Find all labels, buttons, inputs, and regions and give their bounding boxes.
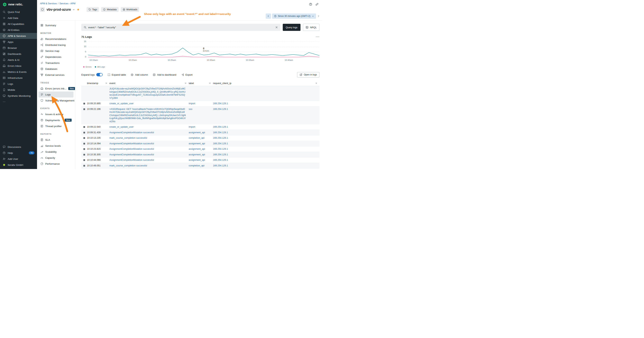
sidebar-item-distributed-tracing[interactable]: Distributed tracing	[38, 42, 74, 48]
cell-event-link[interactable]: AssignmentCompletionMutation successful	[110, 153, 189, 156]
cell-label-link[interactable]: assignment_api	[189, 159, 213, 162]
cell-ip-link[interactable]: 169.254.129.1	[213, 125, 320, 129]
column-header-timestamp[interactable]: timestamp	[87, 82, 110, 85]
logs-query-input[interactable]	[88, 26, 274, 29]
legend-item-errors[interactable]: Errors	[83, 66, 92, 68]
remove-column-icon[interactable]	[184, 82, 187, 84]
sidebar-item-all-entities[interactable]: All Entities	[0, 27, 37, 33]
sidebar-item-dependencies[interactable]: Dependencies	[38, 54, 74, 60]
sidebar-item-all-capabilities[interactable]: All Capabilities	[0, 21, 37, 27]
cell-event-link[interactable]: create_or_update_user	[110, 102, 189, 105]
log-row[interactable]: 10:11:00.311AssignmentCompletionMutation…	[81, 168, 320, 169]
breadcrumb-apm-services[interactable]: APM & Services	[40, 2, 57, 5]
permalink-icon[interactable]	[315, 3, 319, 6]
sidebar-item-scalability[interactable]: Scalability	[38, 149, 74, 155]
column-header-label[interactable]: label	[189, 82, 213, 85]
remove-column-icon[interactable]	[315, 82, 318, 84]
log-row[interactable]: 10:10:49.051mark_course_completion succe…	[81, 163, 320, 169]
brand-logo[interactable]: new relic.	[0, 0, 37, 9]
expand-table-button[interactable]: Expand table	[108, 73, 126, 76]
cell-ip-link[interactable]: 169.254.129.1	[213, 164, 320, 167]
sidebar-item-transactions[interactable]: Transactions	[38, 60, 74, 66]
cell-label-link[interactable]: assignment_api	[189, 147, 213, 151]
sidebar-item-discussions[interactable]: Discussions	[0, 144, 37, 150]
sidebar-item-add-data[interactable]: Add Data	[0, 15, 37, 21]
breadcrumb-services-apm[interactable]: Services - APM	[60, 2, 75, 5]
sidebar-item-thread-profiler[interactable]: Thread profiler	[38, 123, 74, 129]
sidebar-item-errors-inbox[interactable]: Errors Inbox	[0, 63, 37, 69]
workloads-button[interactable]: Workloads	[121, 7, 139, 12]
sidebar-item-logs[interactable]: Logs	[38, 92, 74, 98]
cell-event-link[interactable]: <ASGIRequest: GET '/sso/callback/?state=…	[110, 108, 189, 123]
sidebar-item-apps[interactable]: Apps	[0, 39, 37, 45]
legend-item-all-logs[interactable]: All Logs	[95, 66, 105, 68]
sidebar-item-databases[interactable]: Databases	[38, 66, 74, 72]
sidebar-item-help[interactable]: Help70	[0, 150, 37, 156]
sidebar-item-metrics-events[interactable]: Metrics & Events	[0, 69, 37, 75]
expand-logs-toggle[interactable]	[96, 73, 103, 76]
cell-event-link[interactable]: mark_course_completion successful	[110, 164, 189, 167]
sidebar-item-dashboards[interactable]: Dashboards	[0, 51, 37, 57]
sidebar-item-mobile[interactable]: Mobile	[0, 87, 37, 93]
time-forward-icon[interactable]	[317, 15, 320, 18]
log-row[interactable]: 10:09:20.895create_or_update_userimport1…	[81, 101, 320, 107]
sidebar-item-synthetic-monitoring[interactable]: Synthetic Monitoring	[0, 93, 37, 99]
cell-label-link[interactable]: completion_api	[189, 136, 213, 140]
cell-label-link[interactable]: import	[189, 125, 213, 129]
sidebar-item-browser[interactable]: Browser	[0, 45, 37, 51]
entity-picker-chevron-icon[interactable]	[72, 9, 75, 11]
more-options-button[interactable]: ⋯	[316, 36, 320, 38]
add-column-button[interactable]: Add column	[131, 73, 148, 76]
log-row[interactable]: 10:10:35.305AssignmentCompletionMutation…	[81, 152, 320, 158]
tags-button[interactable]: Tags	[86, 7, 99, 12]
sidebar-item-service-map[interactable]: Service map	[38, 48, 74, 54]
sidebar-item-capacity[interactable]: Capacity	[38, 155, 74, 161]
cell-label-link[interactable]: assignment_api	[189, 142, 213, 145]
metadata-button[interactable]: Metadata	[101, 7, 118, 12]
log-row[interactable]: 10:10:23.815AssignmentCompletionMutation…	[81, 146, 320, 152]
cell-event-link[interactable]: AssignmentCompletionMutation successful	[110, 147, 189, 151]
help-circle-icon[interactable]	[309, 3, 312, 6]
sidebar-item-infrastructure[interactable]: Infrastructure	[0, 75, 37, 81]
cell-event-link[interactable]: create_or_update_user	[110, 125, 189, 129]
sidebar-item-recommendations[interactable]: Recommendations	[38, 36, 74, 42]
cell-ip-link[interactable]: 169.254.129.1	[213, 142, 320, 145]
cell-label-link[interactable]: assignment_api	[189, 131, 213, 134]
cell-event-link[interactable]: AssignmentCompletionMutation successful	[110, 131, 189, 134]
remove-column-icon[interactable]	[209, 82, 211, 84]
cell-ip-link[interactable]: 169.254.129.1	[213, 102, 320, 105]
cell-ip-link[interactable]: 169.254.129.1	[213, 159, 320, 162]
export-button[interactable]: Export	[181, 73, 192, 76]
cell-label-link[interactable]: completion_api	[189, 164, 213, 167]
sidebar-item-deployments[interactable]: DeploymentsNew	[38, 117, 74, 123]
time-back-button[interactable]	[266, 14, 271, 19]
cell-event-link[interactable]: JUQVU&code=eyJraWQiOiJjcGltY29yZV8wOTl1M…	[110, 87, 189, 100]
column-header-event[interactable]: event	[110, 82, 189, 85]
log-row[interactable]: 10:10:13.235mark_course_completion succe…	[81, 135, 320, 141]
logs-search-bar[interactable]	[81, 24, 280, 31]
cell-ip-link[interactable]: 169.254.129.1	[213, 108, 320, 111]
column-header-request-client-ip[interactable]: request_client_ip	[213, 82, 320, 85]
cell-label-link[interactable]: assignment_api	[189, 153, 213, 156]
sidebar-item-apm-services[interactable]: APM & Services	[0, 33, 37, 39]
sidebar-item-issues-activity[interactable]: Issues & activity	[38, 111, 74, 117]
sidebar-item-logs[interactable]: Logs	[0, 81, 37, 87]
open-in-logs-button[interactable]: Open in logs	[297, 72, 320, 78]
sidebar-item-more[interactable]	[0, 99, 37, 105]
log-row[interactable]: JUQVU&code=eyJraWQiOiJjcGltY29yZV8wOTl1M…	[81, 86, 320, 101]
cell-label-link[interactable]: sso	[189, 108, 213, 111]
log-row[interactable]: 10:09:22.540create_or_update_userimport1…	[81, 124, 320, 130]
time-picker[interactable]: Since 30 minutes ago (GMT+2)	[272, 14, 316, 19]
log-row[interactable]: 10:09:22.196<ASGIRequest: GET '/sso/call…	[81, 107, 320, 124]
log-row[interactable]: 10:10:44.066AssignmentCompletionMutation…	[81, 157, 320, 163]
nrql-button[interactable]: NRQL	[303, 24, 320, 31]
remove-column-icon[interactable]	[105, 82, 108, 84]
query-logs-button[interactable]: Query logs	[283, 24, 300, 31]
sidebar-item-performance[interactable]: Performance	[38, 161, 74, 167]
clear-query-icon[interactable]	[275, 26, 278, 29]
cell-ip-link[interactable]: 169.254.129.1	[213, 136, 320, 140]
sidebar-item-sla[interactable]: SLA	[38, 137, 74, 143]
cell-event-link[interactable]: AssignmentCompletionMutation successful	[110, 159, 189, 162]
cell-ip-link[interactable]: 169.254.129.1	[213, 131, 320, 134]
cell-label-link[interactable]: import	[189, 102, 213, 105]
